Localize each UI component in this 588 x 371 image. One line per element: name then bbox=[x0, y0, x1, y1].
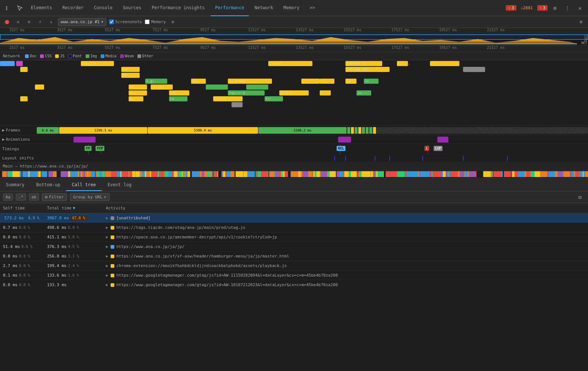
table-row[interactable]: 0.0 ms 0.0 % 256.8 ms 3.1 % ▶ https://ww… bbox=[0, 252, 588, 261]
activity-url[interactable]: https://tags.tiqcdn.com/utag/ana-jp/main… bbox=[116, 225, 245, 230]
expand-icon[interactable]: ▶ bbox=[106, 244, 108, 249]
url-selector[interactable]: www.ana.co.jp #1 ▾ bbox=[58, 18, 106, 26]
screenshots-checkbox-label[interactable]: Elements Screenshots bbox=[109, 19, 142, 24]
net-item-ca[interactable]: ca... bbox=[121, 67, 140, 72]
whole-word-button[interactable]: ab bbox=[29, 194, 39, 201]
net-item-m[interactable]: m... bbox=[35, 84, 44, 90]
net-item-t2[interactable]: t... bbox=[320, 90, 331, 96]
net-item-utag[interactable]: utag.js... bbox=[81, 61, 114, 66]
activity-url[interactable]: https://www.ana.co.jp/ja/jp/ bbox=[116, 244, 184, 249]
col-header-self-time[interactable]: Self time bbox=[0, 206, 44, 210]
clear-button[interactable]: ⊘ bbox=[25, 18, 33, 26]
net-item-0bf[interactable]: 0bf... bbox=[121, 73, 140, 78]
net-item-misc[interactable] bbox=[463, 67, 485, 72]
net-item-143[interactable]: 143... bbox=[169, 90, 189, 96]
filter-button[interactable]: ⊞ Filter bbox=[42, 193, 67, 201]
case-sensitive-button[interactable]: Aa bbox=[3, 194, 13, 201]
net-item[interactable] bbox=[0, 61, 15, 66]
tab-performance[interactable]: Performance bbox=[211, 0, 248, 16]
frame-block[interactable]: 3100.2 ms bbox=[258, 127, 347, 134]
warning-badge[interactable]: ⚠ 2881 bbox=[519, 5, 535, 11]
net-item-igmembers[interactable]: ig-members... bbox=[228, 79, 272, 84]
frame-mini[interactable] bbox=[369, 127, 372, 134]
net-item-111[interactable]: 111... bbox=[397, 61, 408, 66]
table-row[interactable]: 2.7 ms 0.0 % 199.4 ms 2.4 % ▶ chrome-ext… bbox=[0, 261, 588, 271]
animation-block[interactable] bbox=[74, 137, 96, 143]
net-item-launch[interactable]: launch... bbox=[268, 61, 312, 66]
net-item-j2[interactable]: j... bbox=[20, 96, 28, 101]
upload-button[interactable]: ↑ bbox=[36, 18, 44, 26]
table-row[interactable]: 51.4 ms 0.6 % 376.3 ms 4.5 % ▶ https://w… bbox=[0, 242, 588, 252]
net-item[interactable] bbox=[16, 61, 23, 66]
activity-url[interactable]: https://www.googletagmanager.com/gtag/js… bbox=[116, 282, 338, 287]
net-item-sq[interactable] bbox=[301, 79, 320, 84]
frames-expand-icon[interactable]: ▶ bbox=[2, 128, 5, 133]
net-item-8d[interactable]: 8d... bbox=[129, 96, 143, 101]
expand-icon[interactable]: ▶ bbox=[106, 282, 108, 287]
record-button[interactable]: ⬤ bbox=[3, 18, 11, 26]
tab-event-log[interactable]: Event log bbox=[102, 179, 137, 191]
net-item-j[interactable]: j... bbox=[20, 67, 28, 72]
frame-mini[interactable] bbox=[373, 127, 376, 134]
net-item-84[interactable]: 84... bbox=[191, 79, 206, 84]
frame-block[interactable]: 1299.1 ms bbox=[59, 127, 147, 134]
tab-sources[interactable]: Sources bbox=[118, 0, 146, 16]
panel-split-icon[interactable]: ⊟ bbox=[575, 192, 585, 202]
activity-url[interactable]: https://www.googletagmanager.com/gtag/js… bbox=[116, 273, 338, 278]
animations-expand-icon[interactable]: ▶ bbox=[2, 137, 5, 142]
table-row[interactable]: 0.1 ms 0.0 % 133.6 ms 1.6 % ▶ https://ww… bbox=[0, 271, 588, 280]
frame-block[interactable]: 6.4 ms bbox=[37, 127, 59, 134]
frame-mini[interactable] bbox=[355, 127, 358, 134]
frame-block[interactable]: 5300.9 ms bbox=[148, 127, 258, 134]
col-header-total-time[interactable]: Total time ▼ bbox=[44, 206, 103, 210]
screenshots-checkbox[interactable] bbox=[109, 19, 114, 24]
tab-console[interactable]: Console bbox=[90, 0, 117, 16]
tab-elements[interactable]: Elements bbox=[26, 0, 57, 16]
tab-network[interactable]: Network bbox=[250, 0, 278, 16]
net-item-dots[interactable] bbox=[232, 102, 243, 107]
memory-checkbox[interactable] bbox=[145, 19, 150, 24]
expand-icon[interactable]: ▶ bbox=[106, 273, 108, 278]
frame-mini[interactable] bbox=[347, 127, 350, 134]
net-item-be[interactable]: be... bbox=[129, 90, 147, 96]
reload-button[interactable]: ↺ bbox=[14, 18, 22, 26]
tab-bottom-up[interactable]: Bottom-up bbox=[31, 179, 66, 191]
net-item-2011500[interactable]: 2011500_982... bbox=[345, 67, 390, 72]
net-item-10[interactable]: 10... bbox=[345, 79, 356, 84]
tab-call-tree[interactable]: Call tree bbox=[66, 179, 102, 191]
net-item-1000401[interactable]: 1000401_2... bbox=[345, 61, 382, 66]
activity-url[interactable]: chrome-extension://mooikfkahbdckldjjndio… bbox=[116, 263, 287, 268]
tab-more[interactable]: >> bbox=[305, 0, 319, 16]
panel-layout-icon[interactable]: ⊞ bbox=[577, 18, 585, 26]
group-by-selector[interactable]: Group by URL ▾ bbox=[70, 193, 110, 201]
net-item-topicsm[interactable]: topics-m... bbox=[228, 90, 265, 96]
table-row[interactable]: 573.2 ms 6.9 % 3967.8 ms 47.8 % ▶ [unatt… bbox=[0, 213, 588, 223]
net-item-rt[interactable]: rt/... bbox=[430, 61, 459, 66]
frame-mini[interactable] bbox=[351, 127, 354, 134]
net-item-455510[interactable]: 455510... bbox=[213, 96, 243, 101]
devtools-main-menu-icon[interactable] bbox=[3, 3, 13, 13]
net-item-t[interactable]: t... bbox=[320, 79, 334, 84]
net-item-a6f[interactable]: a6f... bbox=[129, 84, 147, 90]
activity-url[interactable]: https://www.ana.co.jp/xf/xf-asw/header/h… bbox=[116, 254, 289, 259]
table-row[interactable]: 0.7 ms 0.0 % 498.6 ms 6.0 % ▶ https://ta… bbox=[0, 223, 588, 233]
close-devtools-icon[interactable]: ✕ bbox=[575, 3, 585, 13]
net-item-jsw[interactable]: js (w... bbox=[151, 84, 173, 90]
activity-url[interactable]: [unattributed] bbox=[116, 216, 151, 220]
error-badge[interactable]: ✕ 3 bbox=[506, 5, 516, 11]
tab-summary[interactable]: Summary bbox=[0, 179, 31, 191]
net-item-green1[interactable] bbox=[206, 84, 228, 90]
expand-icon[interactable]: ▶ bbox=[106, 235, 108, 239]
expand-icon[interactable]: ▶ bbox=[106, 263, 108, 268]
expand-icon[interactable]: ▶ bbox=[106, 216, 108, 220]
frame-mini[interactable] bbox=[362, 127, 365, 134]
tab-memory[interactable]: Memory bbox=[279, 0, 304, 16]
net-item-green2[interactable] bbox=[246, 84, 268, 90]
download-button[interactable]: ↓ bbox=[47, 18, 55, 26]
timeline-selection[interactable] bbox=[0, 35, 588, 40]
expand-icon[interactable]: ▶ bbox=[106, 254, 108, 259]
animation-block[interactable] bbox=[338, 137, 351, 143]
activity-url[interactable]: https://space.ana.co.jp/amcmember-decryp… bbox=[116, 235, 277, 239]
table-row[interactable]: 0.0 ms 0.0 % 415.1 ms 5.0 % ▶ https://sp… bbox=[0, 233, 588, 242]
info-badge[interactable]: ✕ 3 bbox=[537, 5, 548, 11]
